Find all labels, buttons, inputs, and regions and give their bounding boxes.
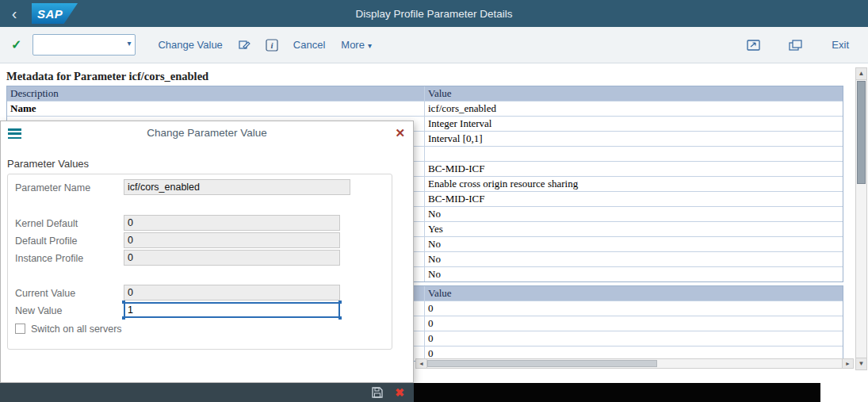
cell-value: 0: [425, 316, 843, 331]
status-bar-background: [414, 383, 820, 402]
display-change-button[interactable]: [238, 38, 251, 52]
display-change-icon: [238, 38, 251, 52]
horizontal-scrollbar[interactable]: ◄ ►: [415, 358, 854, 369]
cell-value: Integer Interval: [425, 117, 843, 131]
save-button[interactable]: [371, 386, 384, 399]
cell-value: 0: [425, 301, 843, 316]
new-value-input[interactable]: [124, 302, 340, 318]
svg-text:i: i: [270, 40, 273, 50]
change-parameter-value-dialog: Change Parameter Value ✕ Parameter Value…: [0, 121, 414, 383]
column-header-value: Value: [425, 86, 843, 101]
command-input[interactable]: [36, 36, 122, 54]
status-bar-right: [820, 383, 868, 402]
focus-handle: [122, 316, 125, 320]
application-toolbar: ✓ ▾ Change Value i Cancel More▾: [0, 27, 868, 63]
cell-value: Interval [0,1]: [425, 132, 843, 146]
chevron-down-icon: ▾: [368, 41, 372, 50]
toolbar-right-group: Exit: [740, 39, 857, 51]
cell-value: No: [425, 267, 843, 281]
open-new-window-icon: [747, 40, 760, 51]
column-header-description: Description: [7, 86, 425, 101]
new-value-field-wrapper: [124, 302, 340, 318]
restore-window-icon: [789, 40, 802, 51]
new-value-label: New Value: [15, 305, 63, 316]
cell-value: icf/cors_enabled: [425, 101, 843, 116]
focus-handle: [338, 316, 342, 320]
scroll-down-icon[interactable]: ▼: [856, 358, 866, 369]
parameter-name-label: Parameter Name: [15, 182, 90, 193]
scroll-up-icon[interactable]: ▲: [856, 68, 866, 80]
column-header-value: Value: [425, 286, 843, 301]
information-button[interactable]: i: [266, 39, 278, 52]
default-profile-field: [124, 232, 340, 248]
focus-handle: [338, 301, 342, 304]
dialog-footer-toolbar: ✖: [0, 383, 414, 402]
combobox-dropdown-icon[interactable]: ▾: [127, 39, 131, 48]
command-field[interactable]: ▾: [33, 34, 136, 56]
ok-button[interactable]: ✓: [11, 37, 21, 52]
scroll-left-icon[interactable]: ◄: [416, 359, 427, 368]
parameter-name-field: [124, 179, 350, 195]
cancel-x-button[interactable]: ✖: [395, 387, 404, 398]
vertical-scrollbar-thumb[interactable]: [857, 81, 866, 184]
cell-value: No: [425, 237, 843, 251]
table-row[interactable]: Name icf/cors_enabled: [7, 101, 843, 116]
cell-value: Enable cross origin resource sharing: [425, 177, 843, 191]
scroll-right-icon[interactable]: ►: [842, 359, 853, 368]
kernel-default-field: [124, 215, 340, 231]
information-icon: i: [266, 39, 278, 52]
restore-window-button[interactable]: [789, 40, 802, 51]
cell-description: Name: [7, 101, 425, 116]
vertical-scrollbar[interactable]: ▲ ▼: [855, 67, 867, 370]
shell-header: ‹ SAP Display Profile Parameter Details: [0, 0, 868, 27]
close-icon[interactable]: ✕: [395, 126, 405, 140]
cell-value: No: [425, 207, 843, 221]
cell-value: [425, 147, 843, 161]
switch-all-servers-label: Switch on all servers: [31, 324, 122, 335]
section-title: Metadata for Parameter icf/cors_enabled: [6, 70, 208, 83]
cell-value: BC-MID-ICF: [425, 192, 843, 206]
cell-value: No: [425, 252, 843, 266]
change-value-button[interactable]: Change Value: [158, 39, 222, 51]
switch-all-servers-checkbox[interactable]: [15, 324, 25, 334]
more-label: More: [341, 39, 365, 51]
focus-handle: [122, 301, 125, 304]
parameter-values-label: Parameter Values: [7, 158, 89, 170]
current-value-label: Current Value: [15, 288, 75, 299]
more-button[interactable]: More▾: [341, 39, 372, 51]
sap-gui-screen: ‹ SAP Display Profile Parameter Details …: [0, 0, 868, 402]
current-value-field: [124, 285, 340, 301]
open-new-window-button[interactable]: [747, 40, 760, 51]
default-profile-label: Default Profile: [15, 235, 78, 247]
cell-value: BC-MID-ICF: [425, 162, 843, 176]
cancel-button[interactable]: Cancel: [293, 39, 325, 51]
save-icon: [371, 386, 384, 399]
dialog-title: Change Parameter Value: [1, 127, 413, 139]
cell-value: Yes: [425, 222, 843, 236]
table-header-row: Description Value: [7, 86, 843, 101]
cell-value: 0: [425, 331, 843, 346]
kernel-default-label: Kernel Default: [15, 218, 78, 229]
instance-profile-label: Instance Profile: [15, 253, 83, 264]
instance-profile-field: [124, 250, 340, 266]
exit-button[interactable]: Exit: [832, 39, 849, 51]
page-title: Display Profile Parameter Details: [0, 8, 868, 20]
horizontal-scrollbar-thumb[interactable]: [427, 360, 657, 367]
